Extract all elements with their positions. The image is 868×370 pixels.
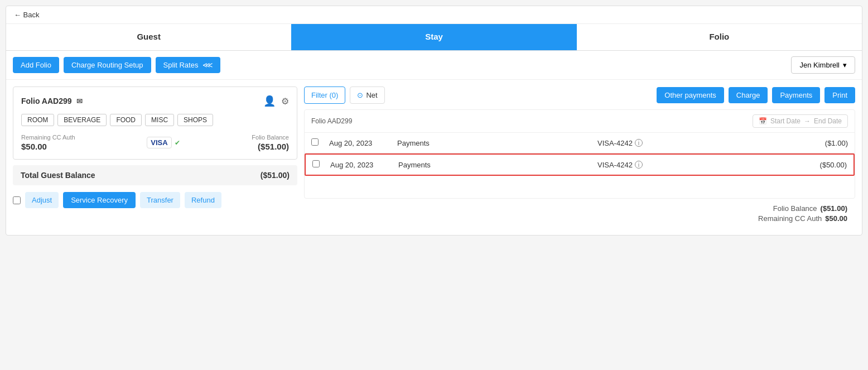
row-card-2: VISA-4242 i bbox=[597, 161, 790, 169]
refund-button[interactable]: Refund bbox=[185, 192, 221, 208]
select-all-checkbox[interactable] bbox=[13, 196, 21, 204]
folio-balance-section: Folio Balance ($51.00) bbox=[252, 134, 289, 151]
row-type-1: Payments bbox=[397, 139, 591, 147]
footer-remaining-cc: Remaining CC Auth $50.00 bbox=[758, 214, 847, 223]
row-date-2: Aug 20, 2023 bbox=[330, 161, 392, 169]
tabs-bar: Guest Stay Folio bbox=[6, 24, 862, 51]
tab-stay[interactable]: Stay bbox=[291, 24, 576, 50]
total-guest-balance-row: Total Guest Balance ($51.00) bbox=[13, 165, 297, 185]
action-buttons-bar: Adjust Service Recovery Transfer Refund bbox=[13, 192, 297, 214]
add-folio-button[interactable]: Add Folio bbox=[13, 57, 59, 73]
payment-actions: Other payments Charge Payments Print bbox=[657, 87, 855, 103]
user-dropdown-btn[interactable]: Jen Kimbrell ▾ bbox=[791, 56, 855, 74]
visa-check-icon: ✔ bbox=[175, 139, 180, 147]
page-wrapper: ← Back Guest Stay Folio Add Folio Charge… bbox=[6, 6, 862, 236]
service-recovery-button[interactable]: Service Recovery bbox=[63, 192, 136, 208]
tag-misc: MISC bbox=[145, 114, 174, 126]
row-card-1: VISA-4242 i bbox=[597, 139, 791, 147]
info-icon-2[interactable]: i bbox=[635, 161, 643, 169]
visa-card-icon: VISA bbox=[147, 137, 171, 148]
folio-balance-row: Remaining CC Auth $50.00 VISA ✔ Folio Ba… bbox=[21, 134, 289, 151]
row-amount-2: ($50.00) bbox=[797, 161, 847, 169]
email-icon: ✉ bbox=[76, 97, 83, 105]
net-button[interactable]: ⊙ Net bbox=[350, 87, 384, 104]
charge-tags: ROOM BEVERAGE FOOD MISC SHOPS bbox=[21, 114, 289, 126]
folio-header: Folio AAD299 ✉ 👤 ⚙ bbox=[21, 95, 289, 107]
chevron-down-icon: ▾ bbox=[843, 61, 847, 69]
left-panel: Folio AAD299 ✉ 👤 ⚙ ROOM BEVERAGE FOOD MI… bbox=[13, 87, 297, 228]
charge-button[interactable]: Charge bbox=[729, 87, 768, 103]
table-spacer bbox=[305, 176, 855, 198]
remaining-cc-auth-section: Remaining CC Auth $50.00 bbox=[21, 134, 75, 151]
main-toolbar: Add Folio Charge Routing Setup Split Rat… bbox=[6, 51, 862, 80]
user-dropdown[interactable]: Jen Kimbrell ▾ bbox=[791, 56, 855, 74]
info-icon[interactable]: i bbox=[635, 139, 643, 147]
tag-beverage: BEVERAGE bbox=[57, 114, 107, 126]
tab-guest[interactable]: Guest bbox=[6, 24, 291, 50]
date-filter[interactable]: 📅 Start Date → End Date bbox=[753, 114, 848, 128]
row-amount-1: ($1.00) bbox=[798, 139, 848, 147]
folio-footer: Folio Balance ($51.00) Remaining CC Auth… bbox=[304, 199, 855, 228]
row-type-2: Payments bbox=[398, 161, 591, 169]
person-icon: 👤 bbox=[263, 95, 276, 107]
print-button[interactable]: Print bbox=[824, 87, 855, 103]
share-icon: ⋘ bbox=[202, 61, 213, 69]
back-label: ← Back bbox=[14, 11, 40, 19]
adjust-button[interactable]: Adjust bbox=[25, 192, 59, 208]
gear-icon[interactable]: ⚙ bbox=[281, 96, 289, 107]
payments-button[interactable]: Payments bbox=[772, 87, 820, 103]
tab-folio[interactable]: Folio bbox=[577, 24, 862, 50]
transactions-table: Folio AAD299 📅 Start Date → End Date Aug… bbox=[304, 109, 855, 199]
back-button[interactable]: ← Back bbox=[6, 6, 862, 24]
transfer-button[interactable]: Transfer bbox=[140, 192, 180, 208]
table-row: Aug 20, 2023 Payments VISA-4242 i ($1.00… bbox=[305, 133, 855, 153]
split-rates-button[interactable]: Split Rates ⋘ bbox=[156, 57, 221, 73]
filter-actions: Filter (0) ⊙ Net bbox=[304, 87, 385, 104]
table-row-highlighted: Aug 20, 2023 Payments VISA-4242 i ($50.0… bbox=[305, 153, 855, 176]
tag-shops: SHOPS bbox=[177, 114, 213, 126]
footer-folio-balance: Folio Balance ($51.00) bbox=[773, 204, 847, 213]
row-checkbox-2[interactable] bbox=[312, 160, 324, 169]
other-payments-button[interactable]: Other payments bbox=[657, 87, 724, 103]
charge-routing-setup-button[interactable]: Charge Routing Setup bbox=[64, 57, 151, 73]
row-checkbox-1[interactable] bbox=[311, 138, 322, 147]
tag-room: ROOM bbox=[21, 114, 54, 126]
calendar-icon: 📅 bbox=[759, 117, 767, 125]
tag-food: FOOD bbox=[110, 114, 142, 126]
folio-section-header: Folio AAD299 📅 Start Date → End Date bbox=[305, 110, 855, 133]
row-date-1: Aug 20, 2023 bbox=[329, 139, 390, 147]
circle-icon: ⊙ bbox=[357, 91, 363, 99]
folio-card: Folio AAD299 ✉ 👤 ⚙ ROOM BEVERAGE FOOD MI… bbox=[13, 87, 297, 160]
visa-section: VISA ✔ bbox=[147, 137, 180, 148]
filter-button[interactable]: Filter (0) bbox=[304, 87, 345, 104]
transactions-section: Filter (0) ⊙ Net Other payments Charge P… bbox=[304, 87, 855, 228]
folio-action-icons: 👤 ⚙ bbox=[263, 95, 289, 107]
transactions-toolbar: Filter (0) ⊙ Net Other payments Charge P… bbox=[304, 87, 855, 109]
main-content: Folio AAD299 ✉ 👤 ⚙ ROOM BEVERAGE FOOD MI… bbox=[6, 80, 862, 235]
folio-title: Folio AAD299 ✉ bbox=[21, 97, 83, 105]
